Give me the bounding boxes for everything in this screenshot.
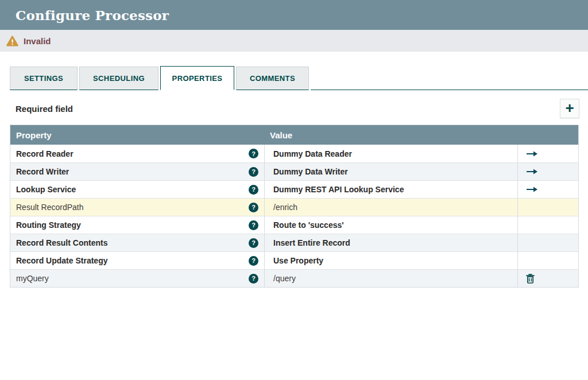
property-value: Dummy REST API Lookup Service [273,185,404,194]
tab-scheduling[interactable]: SCHEDULING [79,67,158,90]
dialog-header: Configure Processor [0,0,588,30]
property-cell: Record Writer ? [10,163,264,180]
help-icon[interactable]: ? [249,167,258,177]
tab-comments[interactable]: COMMENTS [236,67,309,90]
action-cell [517,163,578,180]
tab-settings-label: SETTINGS [24,74,63,83]
action-cell [517,145,578,162]
action-cell [517,234,578,251]
value-cell[interactable]: Use Property [264,252,517,269]
table-row: Record Result Contents ? Insert Entire R… [10,234,578,251]
add-property-button[interactable]: + [560,99,579,118]
properties-toolbar: Required field + [0,90,588,125]
value-cell[interactable]: Route to 'success' [264,216,517,234]
help-icon[interactable]: ? [249,238,258,248]
tab-settings[interactable]: SETTINGS [10,67,78,90]
plus-icon: + [565,100,574,115]
tab-bar-filler [311,67,588,90]
table-row: Result RecordPath ? /enrich [10,198,578,216]
table-row: Record Reader ? Dummy Data Reader [10,145,578,162]
property-name: myQuery [16,274,49,283]
value-cell[interactable]: /query [264,270,517,287]
table-row: Record Writer ? Dummy Data Writer [10,162,578,180]
column-header-value: Value [264,130,578,140]
property-value: Use Property [273,256,323,265]
dialog-title: Configure Processor [0,7,169,23]
tab-properties-label: PROPERTIES [172,74,223,83]
table-header-row: Property Value [10,125,578,145]
trash-icon[interactable] [526,274,535,284]
tab-comments-label: COMMENTS [250,74,295,83]
property-name: Record Reader [16,149,74,158]
table-row: myQuery ? /query [10,269,578,287]
property-name: Record Update Strategy [16,256,107,265]
properties-table: Property Value Record Reader ? Dummy Dat… [10,125,579,288]
go-to-service-icon[interactable] [526,150,538,157]
property-cell: Result RecordPath ? [10,199,264,216]
table-row: Lookup Service ? Dummy REST API Lookup S… [10,180,578,198]
value-cell[interactable]: Insert Entire Record [264,234,517,251]
go-to-service-icon[interactable] [526,168,538,175]
property-name: Record Result Contents [16,238,107,247]
property-cell: Record Result Contents ? [10,234,264,251]
action-cell [517,270,578,287]
property-name: Result RecordPath [16,203,84,212]
value-cell[interactable]: Dummy Data Reader [264,145,517,162]
required-field-label: Required field [16,104,73,114]
tab-bar: SETTINGS SCHEDULING PROPERTIES COMMENTS [10,66,588,90]
value-cell[interactable]: Dummy REST API Lookup Service [264,181,517,198]
help-icon[interactable]: ? [249,149,258,158]
property-cell: Lookup Service ? [10,181,264,198]
help-icon[interactable]: ? [249,220,258,230]
table-row: Routing Strategy ? Route to 'success' [10,216,578,234]
property-name: Record Writer [16,167,69,176]
value-cell[interactable]: Dummy Data Writer [264,163,517,180]
action-cell [517,216,578,234]
validation-status-bar: Invalid [0,30,588,52]
property-cell: myQuery ? [10,270,264,287]
property-value: /enrich [273,203,297,212]
property-cell: Record Reader ? [10,145,264,162]
tab-scheduling-label: SCHEDULING [93,74,145,83]
help-icon[interactable]: ? [249,203,258,212]
action-cell [517,181,578,198]
help-icon[interactable]: ? [249,274,258,284]
property-value: /query [273,274,296,283]
property-value: Insert Entire Record [273,238,350,247]
property-value: Dummy Data Writer [273,167,348,176]
configure-processor-dialog: Configure Processor Invalid SETTINGS SCH… [0,0,588,288]
property-cell: Routing Strategy ? [10,216,264,234]
action-cell [517,199,578,216]
warning-triangle-icon [6,36,18,46]
help-icon[interactable]: ? [249,185,258,195]
property-name: Routing Strategy [16,220,81,230]
value-cell[interactable]: /enrich [264,199,517,216]
help-icon[interactable]: ? [249,256,258,266]
property-name: Lookup Service [16,185,76,194]
column-header-property: Property [10,130,264,140]
property-cell: Record Update Strategy ? [10,252,264,269]
property-value: Dummy Data Reader [273,149,352,158]
property-value: Route to 'success' [273,220,344,230]
go-to-service-icon[interactable] [526,186,538,193]
action-cell [517,252,578,269]
table-row: Record Update Strategy ? Use Property [10,251,578,269]
tab-properties[interactable]: PROPERTIES [160,66,234,90]
status-badge: Invalid [24,36,51,46]
